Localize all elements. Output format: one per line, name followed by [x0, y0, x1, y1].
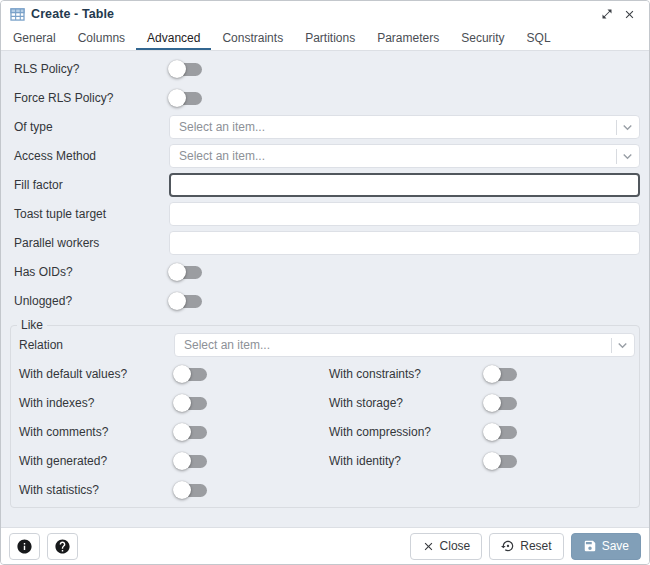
toggle-knob — [173, 481, 191, 499]
info-icon — [16, 538, 33, 555]
dialog-help-button[interactable] — [47, 533, 78, 560]
form-row: Access Method Select an item... — [10, 144, 640, 168]
toast-tuple-target-label: Toast tuple target — [14, 207, 169, 221]
with-comments-label: With comments? — [19, 425, 174, 439]
with-storage-toggle[interactable] — [484, 397, 517, 410]
toggle-knob — [173, 423, 191, 441]
select-placeholder: Select an item... — [184, 338, 611, 352]
reset-button[interactable]: Reset — [489, 533, 563, 560]
form-row: With statistics? — [15, 478, 325, 502]
toggle-grid-row: With default values? With constraints? — [15, 362, 635, 391]
like-section: Like Relation Select an item... With def… — [10, 318, 640, 508]
form-row: Force RLS Policy? — [10, 86, 640, 110]
select-divider — [616, 149, 617, 164]
form-row: RLS Policy? — [10, 57, 640, 81]
has-oids-toggle[interactable] — [169, 266, 202, 279]
with-compression-toggle[interactable] — [484, 426, 517, 439]
tab-advanced[interactable]: Advanced — [136, 27, 211, 50]
reset-button-label: Reset — [520, 539, 551, 553]
fill-factor-input[interactable] — [169, 173, 640, 197]
toggle-grid-row: With generated? With identity? — [15, 449, 635, 478]
tab-sql[interactable]: SQL — [516, 27, 562, 50]
form-row: With identity? — [325, 449, 635, 473]
form-row: With comments? — [15, 420, 325, 444]
with-indexes-toggle[interactable] — [174, 397, 207, 410]
access-method-select[interactable]: Select an item... — [169, 144, 640, 168]
form-row: With constraints? — [325, 362, 635, 386]
toggle-knob — [483, 452, 501, 470]
rls-policy-label: RLS Policy? — [14, 62, 169, 76]
toggle-grid-row: With comments? With compression? — [15, 420, 635, 449]
form-row: Of type Select an item... — [10, 115, 640, 139]
with-indexes-label: With indexes? — [19, 396, 174, 410]
form-row: Unlogged? — [10, 289, 640, 313]
close-button-header[interactable] — [618, 3, 640, 25]
create-table-dialog: Create - Table General Columns Advanced … — [0, 0, 650, 565]
tab-columns[interactable]: Columns — [67, 27, 136, 50]
form-row: With compression? — [325, 420, 635, 444]
with-identity-toggle[interactable] — [484, 455, 517, 468]
with-statistics-label: With statistics? — [19, 483, 174, 497]
tab-security[interactable]: Security — [450, 27, 515, 50]
select-placeholder: Select an item... — [179, 120, 616, 134]
open-in-full-icon — [601, 8, 613, 20]
tab-partitions[interactable]: Partitions — [294, 27, 366, 50]
toggle-knob — [483, 365, 501, 383]
toggle-knob — [173, 365, 191, 383]
with-statistics-toggle[interactable] — [174, 484, 207, 497]
dialog-body: RLS Policy? Force RLS Policy? Of type Se… — [1, 51, 649, 527]
save-button[interactable]: Save — [571, 533, 641, 560]
form-row: Parallel workers — [10, 231, 640, 255]
like-section-legend: Like — [17, 318, 47, 332]
fill-factor-label: Fill factor — [14, 178, 169, 192]
with-identity-label: With identity? — [329, 454, 484, 468]
select-divider — [616, 120, 617, 135]
chevron-down-icon[interactable] — [619, 119, 636, 136]
toggle-grid-row: With statistics? — [15, 478, 635, 507]
toggle-knob — [173, 452, 191, 470]
toast-tuple-target-input[interactable] — [169, 202, 640, 226]
has-oids-label: Has OIDs? — [14, 265, 169, 279]
form-row: With indexes? — [15, 391, 325, 415]
force-rls-policy-label: Force RLS Policy? — [14, 91, 169, 105]
maximize-button[interactable] — [596, 3, 618, 25]
access-method-label: Access Method — [14, 149, 169, 163]
unlogged-toggle[interactable] — [169, 295, 202, 308]
close-icon — [623, 8, 636, 21]
toggle-grid-row: With indexes? With storage? — [15, 391, 635, 420]
form-row: With default values? — [15, 362, 325, 386]
toggle-knob — [168, 292, 186, 310]
with-constraints-label: With constraints? — [329, 367, 484, 381]
dialog-header: Create - Table — [1, 1, 649, 27]
form-row-empty — [325, 478, 635, 502]
chevron-down-icon[interactable] — [614, 337, 631, 354]
of-type-select[interactable]: Select an item... — [169, 115, 640, 139]
tab-parameters[interactable]: Parameters — [366, 27, 450, 50]
rls-policy-toggle[interactable] — [169, 63, 202, 76]
with-comments-toggle[interactable] — [174, 426, 207, 439]
floppy-disk-icon — [583, 539, 597, 553]
form-row: Relation Select an item... — [15, 333, 635, 357]
force-rls-policy-toggle[interactable] — [169, 92, 202, 105]
close-button-label: Close — [440, 539, 471, 553]
with-generated-toggle[interactable] — [174, 455, 207, 468]
parallel-workers-label: Parallel workers — [14, 236, 169, 250]
of-type-label: Of type — [14, 120, 169, 134]
sql-help-button[interactable] — [9, 533, 40, 560]
form-row: Has OIDs? — [10, 260, 640, 284]
close-button[interactable]: Close — [410, 533, 483, 560]
tab-constraints[interactable]: Constraints — [211, 27, 294, 50]
toggle-knob — [168, 89, 186, 107]
toggle-knob — [168, 60, 186, 78]
toggle-knob — [483, 423, 501, 441]
relation-label: Relation — [19, 338, 174, 352]
chevron-down-icon[interactable] — [619, 148, 636, 165]
form-row: With generated? — [15, 449, 325, 473]
with-default-values-toggle[interactable] — [174, 368, 207, 381]
with-constraints-toggle[interactable] — [484, 368, 517, 381]
table-icon — [10, 8, 25, 21]
relation-select[interactable]: Select an item... — [174, 333, 635, 357]
with-default-values-label: With default values? — [19, 367, 174, 381]
parallel-workers-input[interactable] — [169, 231, 640, 255]
tab-general[interactable]: General — [2, 27, 67, 50]
